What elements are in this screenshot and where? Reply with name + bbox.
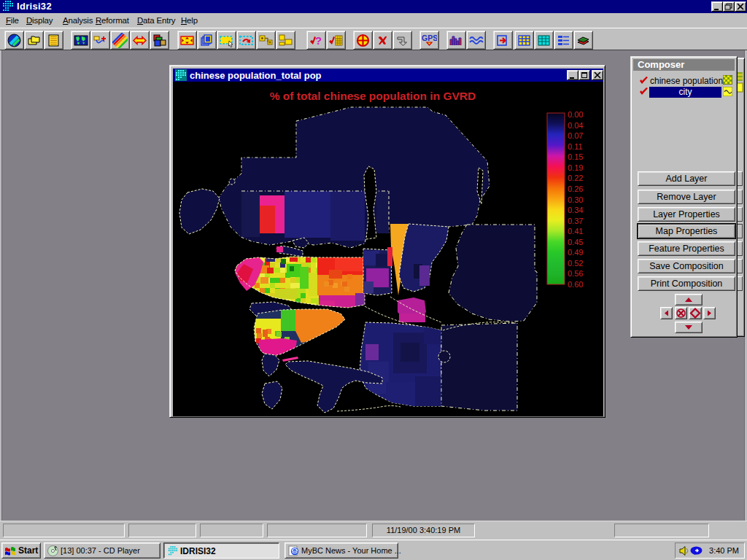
- svg-text:0.26: 0.26: [568, 184, 583, 193]
- svg-text:0.30: 0.30: [568, 195, 583, 204]
- svg-text:0.37: 0.37: [568, 217, 583, 225]
- svg-text:0.49: 0.49: [568, 248, 583, 257]
- svg-text:0.19: 0.19: [568, 163, 583, 172]
- svg-text:% of total chinese population: % of total chinese population in GVRD: [270, 90, 476, 102]
- svg-text:0.52: 0.52: [568, 259, 583, 268]
- svg-text:0.56: 0.56: [568, 269, 583, 278]
- svg-text:0.07: 0.07: [568, 131, 583, 140]
- svg-text:0.04: 0.04: [568, 121, 583, 130]
- svg-text:0.45: 0.45: [568, 238, 583, 246]
- svg-text:0.11: 0.11: [568, 142, 583, 151]
- svg-text:0.00: 0.00: [568, 110, 583, 119]
- svg-text:GPS: GPS: [422, 34, 437, 42]
- svg-text:0.34: 0.34: [568, 206, 583, 214]
- svg-text:0.22: 0.22: [568, 174, 583, 182]
- svg-text:0.41: 0.41: [568, 227, 583, 236]
- svg-text:0.60: 0.60: [568, 280, 583, 289]
- svg-text:?: ?: [315, 34, 322, 47]
- svg-text:0.15: 0.15: [568, 152, 583, 161]
